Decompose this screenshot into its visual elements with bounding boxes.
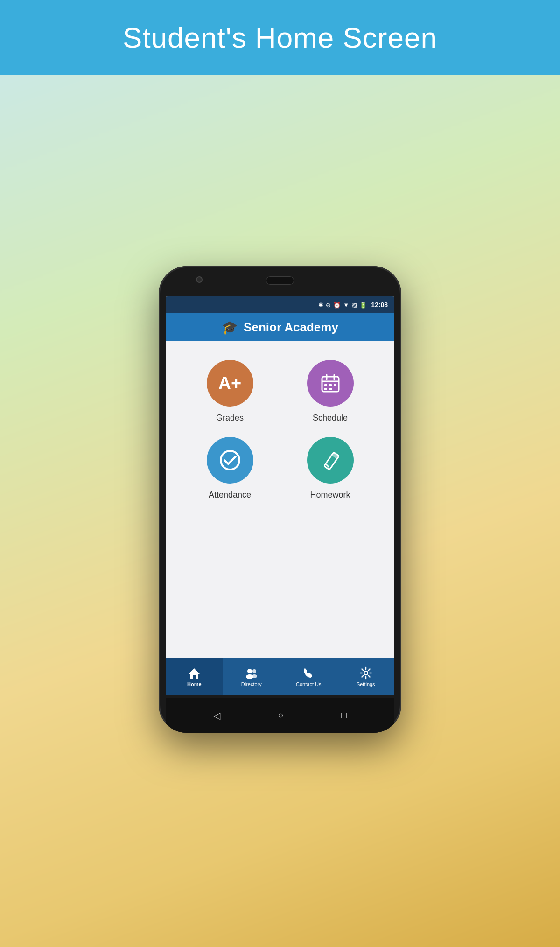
grades-menu-item[interactable]: A+ Grades xyxy=(180,360,280,423)
screen-layout: ✱ ⊖ ⏰ ▼ ▨ 🔋 12:08 🎓 Senior Academy xyxy=(166,296,394,695)
wifi-icon: ▼ xyxy=(343,302,349,309)
svg-rect-6 xyxy=(334,384,336,386)
phone-body: ✱ ⊖ ⏰ ▼ ▨ 🔋 12:08 🎓 Senior Academy xyxy=(159,266,401,733)
svg-marker-13 xyxy=(189,668,200,679)
status-time: 12:08 xyxy=(371,301,388,309)
nav-home-label: Home xyxy=(187,681,202,687)
app-title: Senior Academy xyxy=(244,320,338,335)
back-button[interactable]: ◁ xyxy=(213,710,220,721)
nav-settings-label: Settings xyxy=(357,681,375,687)
home-button[interactable]: ○ xyxy=(278,710,283,721)
grades-label: Grades xyxy=(216,413,244,423)
graduation-cap-icon: 🎓 xyxy=(222,320,238,335)
svg-rect-4 xyxy=(324,384,327,386)
homework-menu-item[interactable]: Homework xyxy=(280,437,380,500)
schedule-circle xyxy=(307,360,354,407)
battery-icon: 🔋 xyxy=(359,302,367,309)
svg-rect-5 xyxy=(329,384,332,386)
nav-settings[interactable]: Settings xyxy=(337,658,395,695)
homework-label: Homework xyxy=(310,490,350,500)
do-not-disturb-icon: ⊖ xyxy=(326,302,331,309)
status-icons: ✱ ⊖ ⏰ ▼ ▨ 🔋 12:08 xyxy=(318,301,388,309)
settings-icon xyxy=(359,666,372,680)
android-nav-bar: ◁ ○ □ xyxy=(166,698,394,733)
svg-rect-7 xyxy=(324,388,327,390)
bluetooth-icon: ✱ xyxy=(318,302,323,309)
app-header: 🎓 Senior Academy xyxy=(166,313,394,341)
svg-line-11 xyxy=(327,465,329,467)
pencil-icon xyxy=(319,449,342,471)
app-content: A+ Grades xyxy=(166,341,394,514)
attendance-menu-item[interactable]: Attendance xyxy=(180,437,280,500)
front-camera xyxy=(196,276,203,283)
calendar-icon xyxy=(319,372,342,394)
alarm-icon: ⏰ xyxy=(333,302,341,309)
people-icon xyxy=(245,666,258,680)
svg-point-14 xyxy=(247,669,252,673)
svg-point-18 xyxy=(364,671,368,675)
phone-icon xyxy=(302,666,315,680)
home-icon xyxy=(188,666,201,680)
schedule-menu-item[interactable]: Schedule xyxy=(280,360,380,423)
status-bar: ✱ ⊖ ⏰ ▼ ▨ 🔋 12:08 xyxy=(166,296,394,313)
nav-contact-label: Contact Us xyxy=(296,681,321,687)
nav-home[interactable]: Home xyxy=(166,658,223,695)
phone-wrapper: ✱ ⊖ ⏰ ▼ ▨ 🔋 12:08 🎓 Senior Academy xyxy=(159,75,401,924)
nav-directory[interactable]: Directory xyxy=(223,658,280,695)
nav-directory-label: Directory xyxy=(241,681,262,687)
nav-contact[interactable]: Contact Us xyxy=(280,658,337,695)
bottom-nav: Home Directory xyxy=(166,658,394,695)
attendance-circle xyxy=(207,437,253,484)
recent-apps-button[interactable]: □ xyxy=(341,710,347,721)
svg-point-15 xyxy=(252,669,256,673)
earpiece-speaker xyxy=(266,276,294,285)
attendance-label: Attendance xyxy=(209,490,251,500)
top-banner: Student's Home Screen xyxy=(0,0,560,75)
grades-icon: A+ xyxy=(218,374,242,392)
signal-icon: ▨ xyxy=(351,302,357,309)
content-spacer xyxy=(166,514,394,659)
svg-rect-8 xyxy=(329,388,332,390)
schedule-label: Schedule xyxy=(313,413,348,423)
phone-screen: ✱ ⊖ ⏰ ▼ ▨ 🔋 12:08 🎓 Senior Academy xyxy=(166,296,394,695)
checkmark-icon xyxy=(218,448,242,472)
svg-point-17 xyxy=(252,674,257,678)
grades-circle: A+ xyxy=(207,360,253,407)
page-title: Student's Home Screen xyxy=(123,21,437,54)
homework-circle xyxy=(307,437,354,484)
